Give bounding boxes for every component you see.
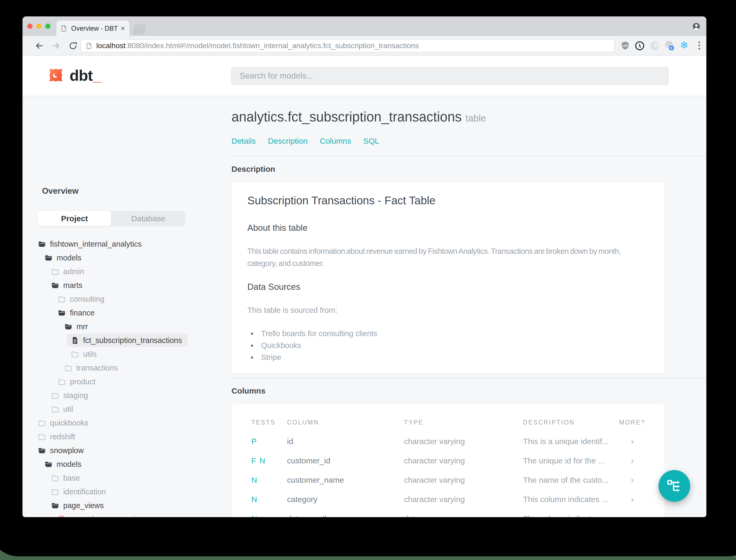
search-input[interactable]: Search for models... [231, 67, 669, 85]
table-row-category[interactable]: Ncategorycharacter varyingThis column in… [251, 490, 645, 509]
folder-open-icon [44, 460, 53, 468]
close-window-button[interactable] [27, 24, 33, 29]
dbt-logo-icon [46, 66, 65, 85]
columns-card: TESTSCOLUMNTYPEDESCRIPTIONMORE? Pidchara… [232, 404, 665, 517]
tree-item-product[interactable]: product [22, 375, 232, 389]
tree-item-redshift[interactable]: redshift [22, 430, 232, 444]
tree-item-label: admin [63, 267, 84, 276]
row-description: This is a unique identif... [523, 437, 619, 446]
folder-icon [51, 268, 59, 276]
minimize-window-button[interactable] [36, 24, 42, 29]
data-source-item: Stripe [251, 351, 377, 363]
tree-item-admin[interactable]: admin [22, 265, 232, 278]
folder-open-icon [38, 446, 46, 455]
row-type: character varying [404, 456, 523, 465]
table-row-customer_id[interactable]: F Ncustomer_idcharacter varyingThe uniqu… [251, 451, 645, 470]
row-type: character varying [404, 495, 523, 504]
tree-item-label: quickbooks [50, 419, 88, 427]
tree-item-marts[interactable]: marts [22, 278, 232, 292]
dbt-wordmark: dbt_ [70, 66, 101, 84]
table-row-customer_name[interactable]: Ncustomer_namecharacter varyingThe name … [251, 470, 645, 490]
tree-item-fishtown_internal_analytics[interactable]: fishtown_internal_analytics [22, 237, 232, 251]
tree-item-utils[interactable]: utils [22, 347, 232, 361]
tree-item-fct_subscription_transactions[interactable]: fct_subscription_transactions [22, 333, 232, 347]
new-tab-button[interactable] [132, 24, 147, 35]
browser-profile-avatar[interactable] [692, 22, 701, 31]
row-column-name: date_month [287, 514, 404, 517]
tree-item-snowplow_page_views[interactable]: snowplow_page_views [22, 512, 232, 517]
tree-item-quickbooks[interactable]: quickbooks [22, 416, 232, 430]
tree-item-label: page_views [63, 501, 104, 510]
tree-item-base[interactable]: base [22, 471, 232, 485]
dbt-logo[interactable]: dbt_ [46, 66, 101, 85]
tree-item-label: redshift [50, 432, 75, 441]
folder-icon [38, 419, 46, 427]
tree-item-identification[interactable]: identification [22, 485, 232, 499]
tab-sql[interactable]: SQL [363, 137, 379, 146]
tree-item-models[interactable]: models [22, 457, 232, 471]
sidebar-view-switch: Project Database [38, 211, 185, 226]
tree-item-models[interactable]: models [22, 251, 232, 265]
disabled-extension-icon[interactable] [650, 41, 660, 51]
tree-item-label: fct_subscription_transactions [83, 336, 182, 345]
onepassword-extension-icon[interactable] [635, 41, 645, 51]
tree-item-page_views[interactable]: page_views [22, 499, 232, 512]
row-type: date [404, 514, 523, 517]
folder-open-icon [64, 323, 73, 331]
tab-columns[interactable]: Columns [320, 137, 351, 146]
forward-icon[interactable] [52, 41, 61, 50]
row-tests: N [251, 495, 287, 504]
tree-item-label: util [63, 405, 73, 414]
column-header-tests: TESTS [251, 419, 287, 426]
browser-menu-icon[interactable]: ⋮ [694, 40, 704, 51]
snowflake-extension-icon[interactable]: ❄ [680, 40, 688, 51]
browser-tab-strip: Overview - DBT Docs × [22, 16, 706, 36]
tab-database[interactable]: Database [111, 211, 185, 226]
browser-tab[interactable]: Overview - DBT Docs × [56, 21, 129, 36]
browser-toolbar: localhost:8080/index.html#!/model/model.… [22, 36, 706, 56]
row-expand-chevron-icon[interactable]: › [619, 513, 645, 517]
tree-item-staging[interactable]: staging [22, 389, 232, 402]
folder-icon [51, 488, 59, 496]
data-sources-heading: Data Sources [247, 282, 300, 292]
tree-item-label: models [57, 460, 82, 469]
column-header-type: TYPE [404, 419, 523, 426]
tree-item-util[interactable]: util [22, 402, 232, 416]
model-section-nav: DetailsDescriptionColumnsSQL [232, 137, 379, 146]
tab-details[interactable]: Details [232, 137, 256, 146]
row-expand-chevron-icon[interactable]: › [619, 436, 645, 447]
column-header-more: MORE? [619, 419, 645, 426]
tree-item-snowplow[interactable]: snowplow [22, 444, 232, 457]
table-row-id[interactable]: Pidcharacter varyingThis is a unique ide… [251, 432, 645, 451]
ublock-extension-icon[interactable]: uO [620, 41, 630, 51]
svg-text:uO: uO [623, 44, 628, 48]
tab-description[interactable]: Description [268, 137, 308, 146]
svg-text:x: x [671, 46, 673, 50]
project-file-tree: fishtown_internal_analyticsmodelsadminma… [22, 237, 232, 517]
tab-project[interactable]: Project [38, 211, 111, 226]
row-type: character varying [404, 476, 523, 485]
reload-icon[interactable] [69, 41, 78, 50]
address-bar[interactable]: localhost:8080/index.html#!/model/model.… [80, 39, 615, 52]
tree-item-mrr[interactable]: mrr [22, 320, 232, 333]
sidebar: Overview Project Database fishtown_inter… [22, 96, 232, 517]
row-expand-chevron-icon[interactable]: › [619, 475, 645, 486]
row-expand-chevron-icon[interactable]: › [619, 494, 645, 505]
back-icon[interactable] [35, 41, 44, 50]
view-lineage-button[interactable] [658, 470, 690, 502]
proxy-extension-icon[interactable]: x [664, 41, 674, 51]
zoom-window-button[interactable] [45, 24, 51, 29]
tree-item-transactions[interactable]: transactions [22, 361, 232, 375]
page-title-suffix: table [465, 113, 486, 124]
tree-item-label: fishtown_internal_analytics [50, 240, 142, 249]
main-panel: analytics.fct_subscription_transactionst… [232, 96, 706, 517]
folder-icon [51, 474, 59, 482]
tree-item-label: product [70, 377, 96, 386]
tree-item-finance[interactable]: finance [22, 306, 232, 320]
table-row-date_month[interactable]: Ndate_monthdateThis column indicates ...… [251, 509, 645, 517]
tab-close-icon[interactable]: × [120, 24, 125, 32]
search-placeholder: Search for models... [240, 71, 313, 81]
file-solid-icon [71, 336, 79, 345]
row-expand-chevron-icon[interactable]: › [619, 455, 645, 466]
tree-item-consulting[interactable]: consulting [22, 292, 232, 306]
